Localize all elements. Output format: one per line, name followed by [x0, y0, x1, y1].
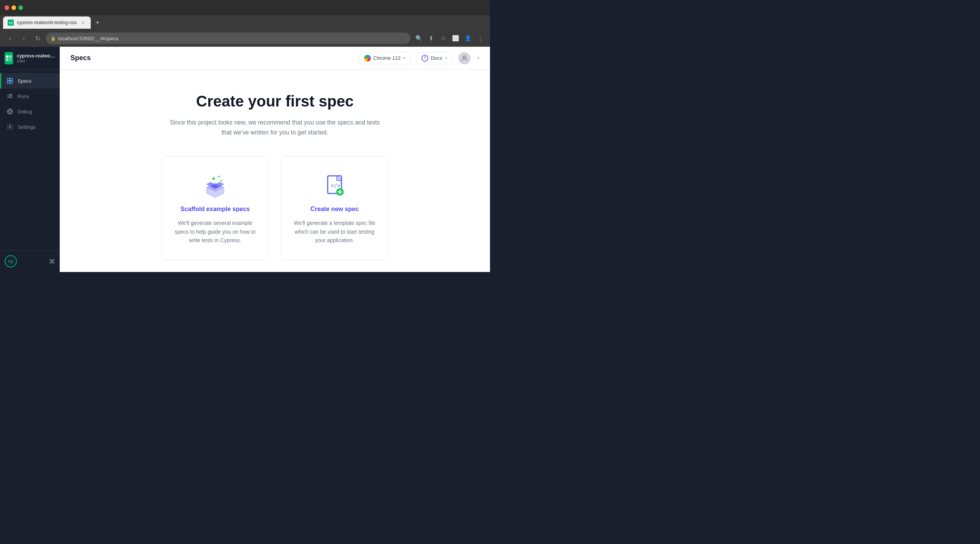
sidebar-item-settings[interactable]: Settings: [0, 119, 60, 134]
keyboard-shortcut-icon[interactable]: ⌘: [49, 258, 55, 265]
browser-chrome: [0, 0, 490, 15]
sidebar: cypress-realworld-testi... start Specs: [0, 47, 60, 272]
svg-rect-4: [7, 78, 10, 80]
svg-point-9: [11, 94, 12, 95]
scaffold-card-desc: We'll generate several example specs to …: [174, 219, 256, 244]
svg-point-18: [9, 126, 11, 128]
svg-rect-1: [9, 56, 12, 58]
cypress-logo[interactable]: cy: [5, 255, 17, 267]
specs-icon: [6, 77, 14, 85]
traffic-lights: [5, 5, 23, 10]
main-content: Specs Chrome 112 ▾ ? Docs ▾: [60, 47, 490, 272]
sidebar-item-specs[interactable]: Specs: [0, 73, 60, 88]
forward-button[interactable]: ›: [18, 33, 29, 44]
browser-chevron-icon: ▾: [403, 56, 405, 60]
sidebar-item-debug[interactable]: Debug: [0, 104, 60, 119]
profile-icon[interactable]: 👤: [462, 33, 473, 44]
runs-label: Runs: [18, 93, 29, 99]
address-text: localhost:52692/__/#/specs: [58, 36, 119, 41]
runs-icon: [6, 92, 14, 100]
project-icon: [5, 52, 13, 64]
settings-label: Settings: [18, 124, 36, 130]
hero-title: Create your first spec: [196, 93, 353, 110]
close-window-button[interactable]: [5, 5, 9, 10]
project-name: cypress-realworld-testi...: [17, 53, 55, 59]
menu-icon[interactable]: ⋮: [475, 33, 485, 44]
chrome-icon: [364, 55, 371, 62]
page-title: Specs: [70, 54, 91, 62]
debug-label: Debug: [18, 109, 32, 115]
new-tab-button[interactable]: +: [92, 17, 103, 28]
svg-point-12: [9, 110, 11, 113]
docs-label: Docs: [431, 55, 442, 61]
browser-label: Chrome 112: [373, 55, 401, 61]
app: cypress-realworld-testi... start Specs: [0, 47, 490, 272]
sidebar-item-runs[interactable]: Runs: [0, 88, 60, 104]
svg-rect-2: [6, 59, 9, 61]
sidebar-nav: Specs Runs: [0, 70, 60, 250]
specs-label: Specs: [18, 78, 31, 84]
scaffold-card-title: Scaffold example specs: [180, 206, 250, 213]
svg-rect-5: [10, 78, 13, 80]
create-spec-icon: </>: [321, 172, 348, 200]
active-tab[interactable]: cy cypress-realworld-testing-cou ×: [3, 16, 91, 29]
svg-rect-6: [7, 81, 10, 84]
create-spec-card-desc: We'll generate a template spec file whic…: [294, 219, 376, 244]
maximize-window-button[interactable]: [18, 5, 23, 10]
user-icon: [461, 55, 468, 62]
top-bar-actions: Chrome 112 ▾ ? Docs ▾ ▾: [359, 52, 479, 64]
avatar-chevron-icon: ▾: [477, 56, 479, 60]
sidebar-footer: cy ⌘: [0, 250, 60, 272]
project-logo-icon: [5, 54, 13, 62]
docs-icon: ?: [421, 55, 428, 62]
settings-icon: [6, 123, 14, 131]
address-bar-row: ‹ › ↻ 🔒 localhost:52692/__/#/specs 🔍 ⬆ ☆…: [0, 30, 490, 47]
docs-chevron-icon: ▾: [445, 56, 447, 60]
scaffold-icon: [201, 172, 229, 200]
search-icon[interactable]: 🔍: [413, 33, 424, 44]
create-spec-card[interactable]: </> Create new spec We'll generate a tem…: [281, 156, 388, 260]
tab-close-button[interactable]: ×: [80, 20, 86, 26]
tab-title: cypress-realworld-testing-cou: [17, 20, 77, 25]
cards-row: Scaffold example specs We'll generate se…: [162, 156, 388, 260]
back-button[interactable]: ‹: [5, 33, 15, 44]
svg-rect-7: [10, 81, 13, 84]
svg-text:</>: </>: [331, 182, 340, 188]
sidebar-header: cypress-realworld-testi... start: [0, 47, 60, 70]
address-bar[interactable]: 🔒 localhost:52692/__/#/specs: [46, 33, 410, 44]
debug-icon: [6, 108, 14, 115]
bookmark-icon[interactable]: ☆: [438, 33, 449, 44]
docs-button[interactable]: ? Docs ▾: [416, 52, 452, 64]
tab-view-icon[interactable]: ⬜: [450, 33, 461, 44]
project-info: cypress-realworld-testi... start: [17, 53, 55, 63]
svg-rect-3: [9, 59, 12, 61]
scaffold-specs-card[interactable]: Scaffold example specs We'll generate se…: [162, 156, 269, 260]
minimize-window-button[interactable]: [11, 5, 16, 10]
cypress-favicon: cy: [8, 20, 14, 26]
address-bar-actions: 🔍 ⬆ ☆ ⬜ 👤 ⋮: [413, 33, 485, 44]
lock-icon: 🔒: [51, 36, 56, 41]
tab-bar: cy cypress-realworld-testing-cou × +: [0, 15, 490, 30]
share-icon[interactable]: ⬆: [426, 33, 436, 44]
top-bar: Specs Chrome 112 ▾ ? Docs ▾: [60, 47, 490, 70]
main-body: Create your first spec Since this projec…: [60, 70, 490, 272]
create-spec-card-title: Create new spec: [310, 206, 359, 213]
project-status: start: [17, 59, 55, 63]
browser-selector[interactable]: Chrome 112 ▾: [359, 52, 411, 64]
svg-rect-0: [6, 56, 9, 58]
user-avatar[interactable]: [458, 52, 470, 64]
hero-subtitle: Since this project looks new, we recomme…: [168, 118, 382, 137]
reload-button[interactable]: ↻: [32, 33, 43, 44]
svg-point-19: [463, 56, 466, 58]
